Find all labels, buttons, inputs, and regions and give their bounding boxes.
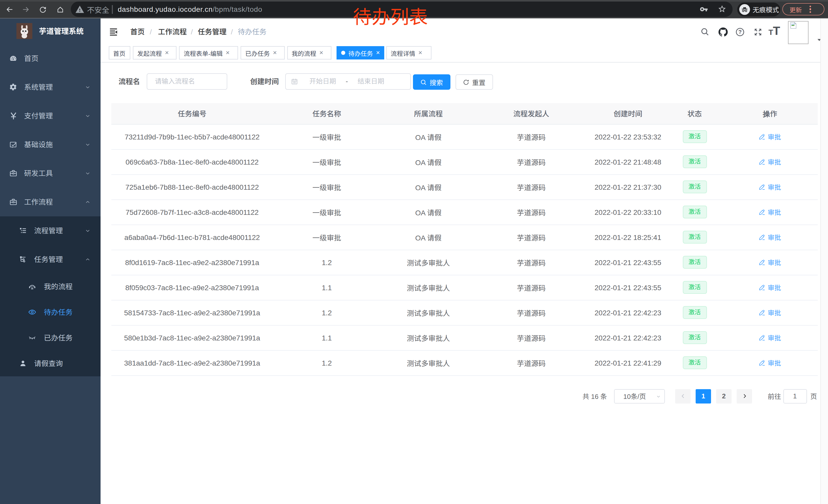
svg-text:?: ? bbox=[738, 29, 742, 35]
